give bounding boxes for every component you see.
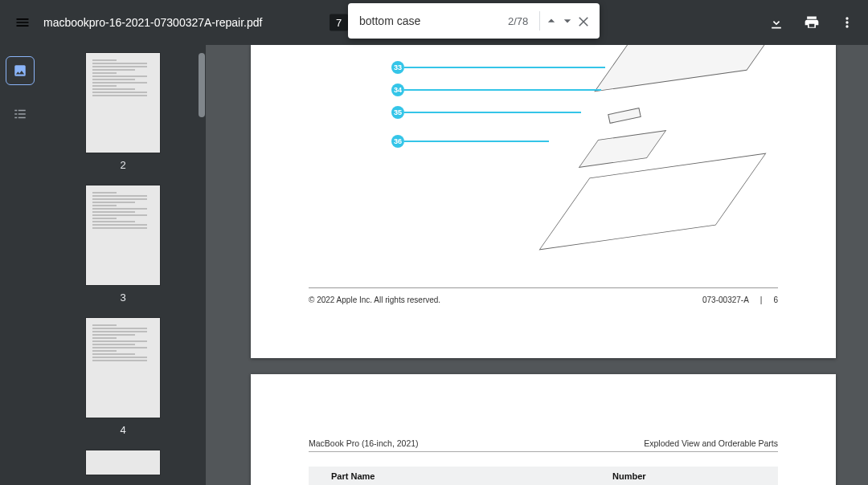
- thumbnail-label: 4: [120, 424, 125, 436]
- find-bar: 2/78: [348, 3, 600, 39]
- print-button[interactable]: [796, 6, 828, 39]
- col-part-name: Part Name: [328, 467, 609, 485]
- page-header-left: MacBook Pro (16-inch, 2021): [309, 438, 419, 448]
- thumbnail-page[interactable]: [86, 318, 160, 418]
- thumbnails-tab[interactable]: [6, 56, 35, 85]
- page-number: 6: [773, 295, 778, 304]
- pdf-page-7: MacBook Pro (16-inch, 2021) Exploded Vie…: [251, 374, 836, 485]
- menu-button[interactable]: [6, 6, 39, 39]
- callout-bubble: 33: [391, 61, 404, 74]
- current-page-badge[interactable]: 7: [330, 14, 348, 31]
- footer-separator: |: [760, 295, 763, 304]
- exploded-diagram: 33 34 35 36: [387, 45, 757, 286]
- callout-bubble: 35: [391, 106, 404, 119]
- parts-table: Part Name Number 1.Bottom case923-06750,…: [309, 467, 778, 485]
- callout-bubble: 34: [391, 84, 404, 96]
- page-header-right: Exploded View and Orderable Parts: [644, 438, 778, 448]
- thumbnail-label: 3: [120, 291, 125, 304]
- callout-bubble: 36: [391, 135, 404, 148]
- find-separator: [539, 11, 540, 31]
- find-input[interactable]: [359, 14, 500, 27]
- sidebar-tabs: [0, 45, 40, 485]
- thumbnail-scrollbar[interactable]: [199, 53, 205, 117]
- thumbnail-page[interactable]: [86, 450, 160, 475]
- thumbnail-panel: 234: [40, 45, 206, 485]
- find-result-count: 2/78: [500, 15, 536, 27]
- download-button[interactable]: [760, 6, 792, 39]
- find-next-button[interactable]: [559, 8, 575, 34]
- outline-tab[interactable]: [6, 100, 35, 128]
- document-filename: macbookpro-16-2021-07300327A-repair.pdf: [43, 16, 262, 29]
- thumbnail-label: 2: [120, 159, 125, 171]
- more-options-button[interactable]: [831, 6, 863, 39]
- find-close-button[interactable]: [575, 8, 592, 34]
- col-number: Number: [609, 467, 778, 485]
- copyright-text: © 2022 Apple Inc. All rights reserved.: [309, 295, 440, 304]
- find-prev-button[interactable]: [543, 8, 559, 34]
- page-viewport[interactable]: 33 34 35 36: [206, 45, 868, 485]
- thumbnail-page[interactable]: [86, 53, 160, 153]
- pdf-page-6: 33 34 35 36: [251, 45, 836, 358]
- doc-number: 073-00327-A: [702, 295, 749, 304]
- thumbnail-page[interactable]: [86, 185, 160, 285]
